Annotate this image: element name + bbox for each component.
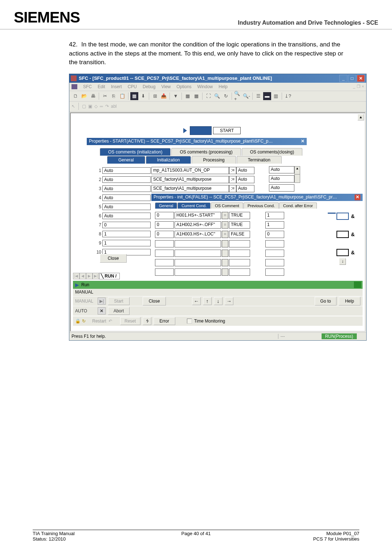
pointer-icon[interactable]: ↖ bbox=[72, 104, 75, 109]
manual-icon[interactable]: ▶| bbox=[98, 297, 106, 305]
start-box[interactable] bbox=[190, 126, 212, 135]
cond-d[interactable] bbox=[229, 240, 250, 247]
tab-prev[interactable]: Previous Cond. bbox=[244, 202, 279, 209]
menu-edit[interactable]: Edit bbox=[95, 84, 108, 89]
arrow-down-button[interactable]: ↓ bbox=[214, 297, 222, 305]
step-icon[interactable]: ▢ bbox=[82, 104, 86, 109]
auto-field[interactable]: Auto bbox=[269, 175, 294, 182]
text-icon[interactable]: abl bbox=[111, 104, 117, 109]
open-icon[interactable]: 📂 bbox=[80, 92, 88, 100]
action-val[interactable]: Auto bbox=[236, 185, 254, 192]
cond-a[interactable] bbox=[155, 268, 174, 276]
auto-field[interactable]: Auto bbox=[269, 166, 294, 173]
mdi-min-icon[interactable]: _ bbox=[353, 84, 355, 89]
tb-icon-7[interactable]: ▬ bbox=[263, 92, 271, 100]
cond-b[interactable] bbox=[175, 240, 221, 247]
auto-field[interactable]: Auto bbox=[269, 184, 294, 192]
cond-d[interactable] bbox=[229, 250, 250, 257]
step-field[interactable]: Auto bbox=[102, 167, 151, 174]
auto-icon[interactable]: ✕ bbox=[98, 307, 106, 315]
branch-icon[interactable]: ◇ bbox=[94, 104, 98, 109]
cond-b[interactable]: A1H003.HS+-.LOC'' bbox=[175, 231, 221, 238]
step-field[interactable]: Auto bbox=[102, 176, 151, 183]
parallel-icon[interactable]: ═ bbox=[100, 104, 103, 109]
tab-current[interactable]: Current Cond. bbox=[177, 202, 211, 209]
cond-a[interactable] bbox=[155, 259, 174, 266]
cond-a[interactable]: 0 bbox=[155, 212, 174, 219]
cond-a[interactable]: 0 bbox=[155, 221, 174, 229]
paste-icon[interactable]: 📋 bbox=[118, 92, 126, 100]
next-icon[interactable]: ▶ bbox=[86, 273, 93, 279]
lock-icon[interactable]: 🔒 bbox=[75, 319, 81, 324]
maximize-button[interactable]: □ bbox=[348, 75, 356, 82]
cond-d[interactable]: TRUE bbox=[229, 221, 250, 229]
time-checkbox[interactable] bbox=[187, 319, 192, 324]
cond-e[interactable]: 1 bbox=[265, 221, 284, 229]
cond-e[interactable]: 1 bbox=[265, 212, 284, 219]
menu-debug[interactable]: Debug bbox=[140, 84, 158, 89]
start-step[interactable]: START bbox=[183, 126, 241, 135]
cond-d[interactable] bbox=[229, 259, 250, 266]
tb-icon-3[interactable]: ▼ bbox=[172, 92, 180, 100]
tab-os-close[interactable]: OS comments(closing) bbox=[242, 148, 302, 156]
tab-os-init[interactable]: OS comments (initialization) bbox=[100, 148, 171, 156]
mdi-close-icon[interactable]: × bbox=[362, 84, 364, 89]
step-field[interactable]: Auto bbox=[102, 194, 151, 201]
tab-term[interactable]: Termination bbox=[237, 156, 282, 164]
run-play-icon[interactable] bbox=[354, 282, 361, 288]
cond-a[interactable] bbox=[155, 240, 174, 247]
tb-icon-8[interactable]: ▥ bbox=[272, 92, 280, 100]
menu-sfc[interactable]: SFC bbox=[80, 84, 95, 89]
cond-a[interactable]: 0 bbox=[155, 231, 174, 238]
contexthelp-icon[interactable]: ⥙? bbox=[284, 92, 292, 100]
trans-icon[interactable]: ▣ bbox=[88, 104, 92, 109]
cond-e[interactable] bbox=[265, 250, 284, 257]
menu-options[interactable]: Options bbox=[173, 84, 194, 89]
run-tab[interactable]: ╲ RUN / bbox=[99, 273, 120, 279]
canvas[interactable]: ▲ START Properties - START(ACTIVE) -- SC… bbox=[70, 112, 366, 332]
last-icon[interactable]: ▶| bbox=[93, 273, 99, 279]
props2-close-icon[interactable]: ✕ bbox=[355, 194, 360, 200]
tb-icon-2[interactable]: 📥 bbox=[160, 92, 168, 100]
lock2-icon[interactable]: ↻ bbox=[82, 319, 86, 324]
step-field[interactable]: Auto bbox=[102, 185, 151, 192]
tb-icon-6[interactable]: ☰ bbox=[254, 92, 262, 100]
action-target[interactable]: SCE_factory\A1_multipurpose bbox=[151, 176, 229, 183]
cond-d[interactable]: FALSE bbox=[229, 231, 250, 238]
step-field[interactable]: Auto bbox=[102, 213, 151, 219]
spin-up-icon[interactable]: ▲ bbox=[295, 167, 300, 175]
goto-button[interactable]: Go to bbox=[315, 297, 336, 305]
props1-close-icon[interactable]: ✕ bbox=[301, 139, 305, 144]
action-val[interactable]: Auto bbox=[236, 167, 254, 174]
jump-icon[interactable]: ↷ bbox=[105, 104, 109, 109]
step-field[interactable]: 0 bbox=[102, 222, 151, 228]
copy-icon[interactable]: ⎘ bbox=[110, 92, 118, 100]
tb-icon-4[interactable]: ▦ bbox=[184, 92, 192, 100]
tab-os-proc[interactable]: OS comments (processing) bbox=[171, 148, 241, 156]
step-field[interactable]: 1 bbox=[102, 240, 151, 246]
tab-after[interactable]: Cond. after Error bbox=[279, 202, 317, 209]
first-icon[interactable]: |◀ bbox=[73, 273, 79, 279]
spin-scroll[interactable]: ▲ bbox=[294, 166, 300, 183]
tab-gen[interactable]: General bbox=[155, 202, 177, 209]
tab-proc[interactable]: Processing bbox=[192, 156, 236, 164]
compile-icon[interactable]: ▦ bbox=[130, 92, 138, 100]
print-icon[interactable]: 🖶 bbox=[89, 92, 97, 100]
cond-b[interactable] bbox=[175, 268, 221, 276]
close-button[interactable]: ✕ bbox=[357, 75, 365, 82]
scroll-down-button[interactable]: ↓ bbox=[339, 258, 346, 265]
menu-insert[interactable]: Insert bbox=[108, 84, 125, 89]
reset-button[interactable]: Reset bbox=[120, 317, 140, 325]
arrow-right-button[interactable]: → bbox=[225, 297, 233, 305]
abort-button[interactable]: Abort bbox=[108, 307, 130, 315]
menu-view[interactable]: View bbox=[158, 84, 173, 89]
cond-d[interactable]: TRUE bbox=[229, 212, 250, 219]
undo-icon[interactable]: ↶ bbox=[109, 319, 112, 324]
tab-oscomment[interactable]: OS Comment bbox=[211, 202, 243, 209]
mdi-restore-icon[interactable]: ❐ bbox=[357, 84, 360, 89]
zoom-icon[interactable]: 🔍 bbox=[213, 92, 221, 100]
prev-icon[interactable]: ◀ bbox=[79, 273, 86, 279]
arrow-left-button[interactable]: ← bbox=[192, 297, 201, 305]
cond-b[interactable]: H001.HS+-.START'' bbox=[175, 212, 221, 219]
tab-general[interactable]: General bbox=[107, 156, 145, 164]
